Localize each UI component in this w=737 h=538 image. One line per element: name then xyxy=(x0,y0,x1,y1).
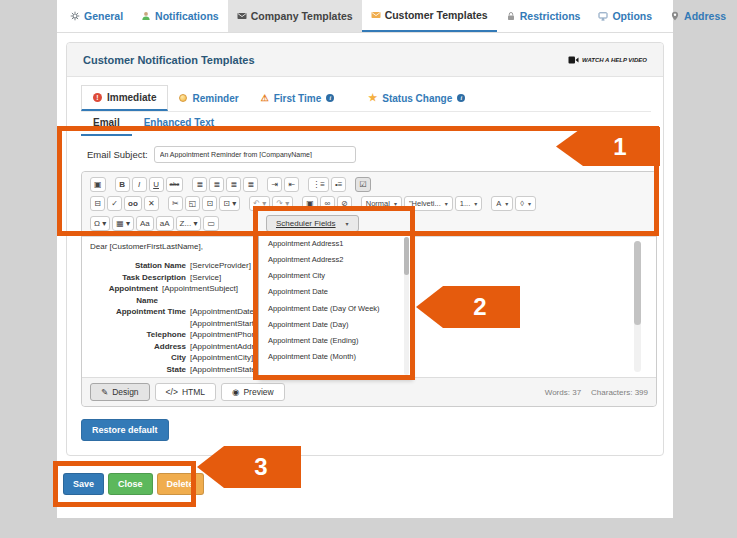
caret-down-icon: ▾ xyxy=(474,200,477,207)
tab-first-time[interactable]: ⚠ First Time i xyxy=(250,85,346,111)
change-case-button[interactable]: aA xyxy=(156,216,174,231)
dropdown-item[interactable]: Appointment Date (Ending) xyxy=(259,333,411,349)
dropdown-item[interactable]: Appointment Date (Day Of Week) xyxy=(259,301,411,317)
fullscreen-button[interactable]: ✕ xyxy=(144,196,159,211)
tab-status-change[interactable]: ★ Status Change i xyxy=(357,85,476,111)
gear-icon xyxy=(70,11,80,21)
dropdown-item[interactable]: Appointment Date (Day) xyxy=(259,317,411,333)
outdent-button[interactable]: ⇤ xyxy=(284,177,299,192)
paragraph-style-select[interactable]: Normal▾ xyxy=(361,196,402,211)
align-right-button[interactable]: ≣ xyxy=(226,177,241,192)
dropdown-item[interactable]: Appointment Address2 xyxy=(259,252,411,268)
html-mode-button[interactable]: </>HTML xyxy=(155,383,216,401)
font-name-select[interactable]: "Helveti...▾ xyxy=(404,196,453,211)
lightbulb-icon xyxy=(179,94,187,102)
dropdown-item[interactable]: Appointment Date (Month) xyxy=(259,349,411,365)
tab-customer-templates[interactable]: Customer Templates xyxy=(362,0,497,32)
align-left-button[interactable]: ≣ xyxy=(192,177,207,192)
delivery-mode-tabs: Email Enhanced Text xyxy=(81,114,651,136)
email-subject-input[interactable] xyxy=(154,146,356,163)
watch-help-video-link[interactable]: WATCH A HELP VIDEO xyxy=(568,56,647,64)
delete-button[interactable]: Delete xyxy=(157,473,204,495)
envelope-icon xyxy=(237,11,247,21)
background-color-select[interactable]: ◊▾ xyxy=(515,196,536,211)
eye-icon: ◉ xyxy=(232,387,239,397)
tab-address[interactable]: Address xyxy=(661,0,735,32)
map-pin-icon xyxy=(670,11,680,21)
undo-button[interactable]: ↶ ▾ xyxy=(249,196,270,211)
find-button[interactable]: oo xyxy=(124,196,142,211)
bold-button[interactable]: B xyxy=(115,177,130,192)
tab-notifications[interactable]: Notifications xyxy=(132,0,228,32)
caret-down-icon: ▾ xyxy=(528,200,531,207)
indent-button[interactable]: ⇥ xyxy=(267,177,282,192)
image-button[interactable]: ▣ xyxy=(90,177,106,192)
words-count: Words: 37 xyxy=(545,388,581,397)
close-button[interactable]: Close xyxy=(108,473,153,495)
module-manager-button[interactable]: ▭ xyxy=(203,216,219,231)
alert-circle-icon: ! xyxy=(93,93,102,102)
tab-label: Status Change xyxy=(382,93,452,104)
underline-button[interactable]: U xyxy=(149,177,164,192)
link-button[interactable]: ∞ xyxy=(320,196,335,211)
dropdown-item[interactable]: Appointment Date xyxy=(259,284,411,300)
email-subject-row: Email Subject: xyxy=(87,145,647,163)
action-buttons: Save Close Delete xyxy=(63,473,204,495)
tab-company-templates[interactable]: Company Templates xyxy=(228,0,362,32)
italic-button[interactable]: I xyxy=(132,177,147,192)
paste-button[interactable]: ⊡ xyxy=(202,196,217,211)
info-icon: i xyxy=(457,94,465,102)
spellcheck-toggle-button[interactable]: ☑ xyxy=(355,177,370,192)
redo-button[interactable]: ↷ ▾ xyxy=(272,196,293,211)
scrollbar-thumb[interactable] xyxy=(634,241,641,325)
tab-reminder[interactable]: Reminder xyxy=(168,85,249,111)
characters-count: Characters: 399 xyxy=(591,388,648,397)
special-characters-button[interactable]: Ω ▾ xyxy=(90,216,110,231)
format-stripper-button[interactable]: Aa xyxy=(136,216,154,231)
help-video-label: WATCH A HELP VIDEO xyxy=(582,57,647,63)
tab-label: First Time xyxy=(274,93,322,104)
code-icon: </> xyxy=(166,387,178,397)
tab-general[interactable]: General xyxy=(61,0,132,32)
scheduler-fields-dropdown-button[interactable]: Scheduler Fields ▾ xyxy=(266,215,359,232)
tab-immediate[interactable]: ! Immediate xyxy=(81,85,168,111)
info-icon: i xyxy=(326,94,334,102)
lock-icon xyxy=(506,11,516,21)
paste-options-button[interactable]: ⊡ ▾ xyxy=(219,196,240,211)
font-size-select[interactable]: 1...▾ xyxy=(455,196,482,211)
tab-label: Immediate xyxy=(107,92,156,103)
tab-options[interactable]: Options xyxy=(589,0,661,32)
cut-button[interactable]: ✂ xyxy=(168,196,183,211)
scrollbar-thumb[interactable] xyxy=(404,237,409,275)
copy-button[interactable]: ◱ xyxy=(185,196,201,211)
align-center-button[interactable]: ≣ xyxy=(209,177,224,192)
email-subject-label: Email Subject: xyxy=(87,149,148,160)
table-button[interactable]: ▦ ▾ xyxy=(112,216,134,231)
zoom-select-button[interactable]: Z... ▾ xyxy=(176,216,202,231)
panel-header: Customer Notification Templates WATCH A … xyxy=(67,43,663,77)
preview-mode-button[interactable]: ◉Preview xyxy=(221,383,285,401)
ordered-list-button[interactable]: ⋮≡ xyxy=(308,177,329,192)
spellcheck-button[interactable]: ✓ xyxy=(107,196,122,211)
design-mode-button[interactable]: ✎Design xyxy=(90,383,150,401)
restore-default-button[interactable]: Restore default xyxy=(81,419,169,441)
dropdown-scrollbar[interactable] xyxy=(404,237,409,375)
print-button[interactable]: ⊟ xyxy=(90,196,105,211)
tab-enhanced-text[interactable]: Enhanced Text xyxy=(132,114,226,136)
unlink-button[interactable]: ⊘ xyxy=(337,196,352,211)
tab-restrictions[interactable]: Restrictions xyxy=(497,0,590,32)
align-justify-button[interactable]: ≣ xyxy=(243,177,258,192)
dropdown-item[interactable]: Appointment City xyxy=(259,268,411,284)
bullet-list-button[interactable]: •≡ xyxy=(331,177,346,192)
editor-scrollbar[interactable] xyxy=(634,241,641,372)
monitor-icon xyxy=(598,11,608,21)
insert-image-button[interactable]: ▣ xyxy=(302,196,318,211)
word-count: Words: 37 Characters: 399 xyxy=(545,388,648,397)
tab-email[interactable]: Email xyxy=(81,114,132,136)
dropdown-item[interactable]: Appointment Address1 xyxy=(259,236,411,252)
strikethrough-button[interactable]: abc xyxy=(166,177,184,192)
save-button[interactable]: Save xyxy=(63,473,104,495)
person-icon xyxy=(141,11,151,21)
toolbar-row-2: ⊟ ✓ oo ✕ ✂ ◱ ⊡ ⊡ ▾ ↶ ▾ xyxy=(90,196,648,211)
text-color-select[interactable]: A▾ xyxy=(491,196,513,211)
